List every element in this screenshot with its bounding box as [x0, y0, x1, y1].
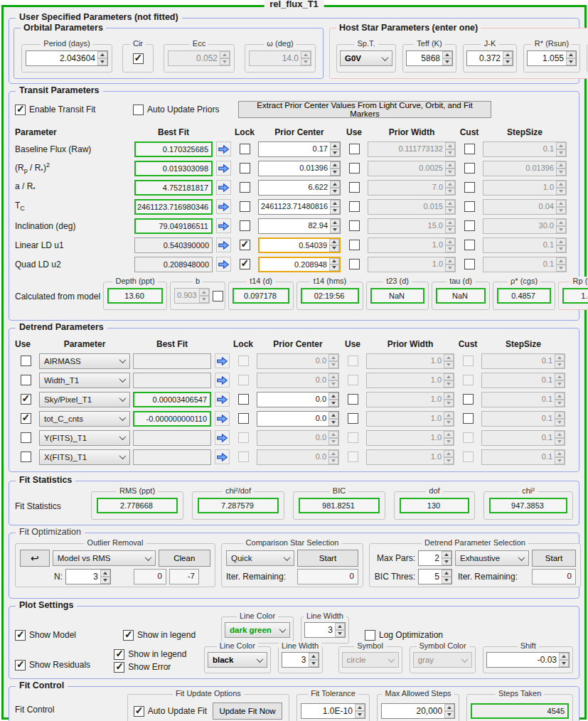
spinner-arrows[interactable] [444, 412, 454, 426]
eccentricity-input[interactable]: 0.052 [169, 51, 220, 65]
use-detrend-checkbox[interactable] [21, 432, 31, 443]
clean-button[interactable]: Clean [159, 550, 210, 567]
update-fit-now-button[interactable]: Update Fit Now [213, 703, 282, 720]
spinner-arrows[interactable] [442, 51, 452, 65]
lock-checkbox[interactable] [240, 201, 250, 212]
show-model-in-legend-checkbox[interactable] [123, 630, 134, 641]
use-detrend-checkbox[interactable] [21, 413, 31, 424]
prior-center-input[interactable]: 0.0 [257, 354, 328, 368]
spinner-arrows[interactable] [335, 623, 345, 637]
cust-checkbox[interactable] [463, 394, 474, 405]
step-size-input[interactable]: 0.1 [482, 431, 555, 445]
spinner-arrows[interactable] [555, 412, 565, 426]
use-prior-checkbox[interactable] [349, 182, 360, 193]
lock-checkbox[interactable] [240, 240, 250, 250]
prior-center-input[interactable]: 0.0 [257, 392, 328, 407]
spinner-arrows[interactable] [559, 653, 569, 667]
prior-width-input[interactable]: 1.0 [367, 431, 444, 445]
prior-center-input[interactable]: 6.622 [259, 181, 330, 195]
spinner-arrows[interactable] [329, 258, 339, 271]
comparison-mode-dropdown[interactable]: Quick [226, 550, 294, 566]
step-size-input[interactable]: 30.0 [483, 219, 556, 233]
lock-checkbox[interactable] [240, 259, 250, 269]
spinner-arrows[interactable] [444, 704, 454, 718]
detrend-param-dropdown[interactable]: tot_C_cnts [39, 411, 130, 427]
spinner-arrows[interactable] [445, 161, 455, 176]
spinner-arrows[interactable] [97, 51, 107, 65]
use-detrend-checkbox[interactable] [21, 394, 31, 405]
use-prior-checkbox[interactable] [349, 259, 360, 269]
max-allowed-steps-input[interactable]: 20,000 [382, 704, 444, 718]
prior-width-input[interactable]: 1.0 [367, 392, 444, 407]
use-prior-checkbox[interactable] [349, 201, 360, 212]
copy-best-fit-to-prior-button[interactable] [215, 411, 230, 426]
spinner-arrows[interactable] [330, 142, 340, 156]
prior-center-input[interactable]: 0.54039 [260, 239, 329, 252]
omega-input[interactable]: 14.0 [250, 51, 301, 65]
spinner-arrows[interactable] [328, 412, 338, 426]
spinner-arrows[interactable] [503, 51, 513, 65]
copy-best-fit-to-prior-button[interactable] [215, 353, 230, 368]
spinner-arrows[interactable] [445, 238, 455, 252]
spinner-arrows[interactable] [330, 181, 340, 195]
prior-width-input[interactable]: 0.0025 [368, 161, 445, 176]
copy-best-fit-to-prior-button[interactable] [215, 392, 230, 407]
show-residuals-checkbox[interactable] [15, 660, 26, 671]
spinner-arrows[interactable] [556, 200, 566, 214]
use-prior-checkbox[interactable] [348, 356, 358, 366]
lock-checkbox[interactable] [238, 375, 249, 385]
spinner-arrows[interactable] [328, 431, 338, 445]
spinner-arrows[interactable] [445, 257, 455, 272]
spinner-arrows[interactable] [445, 142, 455, 156]
lock-checkbox[interactable] [240, 163, 250, 173]
spinner-arrows[interactable] [555, 373, 565, 388]
spinner-arrows[interactable] [328, 450, 338, 464]
symbol-dropdown[interactable]: circle [342, 652, 399, 668]
spinner-arrows[interactable] [330, 200, 340, 214]
spinner-arrows[interactable] [555, 431, 565, 445]
extract-prior-center-button[interactable]: Extract Prior Center Values From Light C… [238, 101, 491, 118]
spinner-arrows[interactable] [444, 450, 454, 464]
n-sigma-input[interactable]: 3 [66, 570, 100, 584]
step-size-input[interactable]: 0.1 [483, 238, 556, 252]
spinner-arrows[interactable] [555, 392, 565, 407]
spinner-arrows[interactable] [555, 354, 565, 368]
spinner-arrows[interactable] [328, 392, 338, 407]
prior-width-input[interactable]: 1.0 [368, 238, 445, 252]
step-size-input[interactable]: 0.1 [483, 142, 556, 156]
lock-checkbox[interactable] [238, 452, 249, 462]
cust-checkbox[interactable] [464, 163, 475, 173]
lock-checkbox[interactable] [240, 220, 250, 231]
prior-center-input[interactable]: 0.17 [259, 142, 330, 156]
copy-best-fit-to-prior-button[interactable] [215, 449, 230, 464]
spinner-arrows[interactable] [444, 392, 454, 407]
log-optimization-checkbox[interactable] [365, 630, 375, 641]
copy-best-fit-to-prior-button[interactable] [216, 141, 231, 156]
step-size-input[interactable]: 0.01396 [483, 161, 556, 176]
prior-center-input[interactable]: 0.01396 [259, 161, 330, 176]
step-size-input[interactable]: 0.1 [483, 257, 556, 272]
use-prior-checkbox[interactable] [348, 413, 358, 424]
cust-checkbox[interactable] [463, 432, 474, 443]
prior-center-input[interactable]: 0.0 [257, 412, 328, 426]
cust-checkbox[interactable] [463, 375, 474, 385]
prior-width-input[interactable]: 1.0 [367, 450, 444, 464]
cust-checkbox[interactable] [463, 452, 474, 462]
detrend-param-dropdown[interactable]: Y(FITS)_T1 [39, 430, 130, 446]
show-model-checkbox[interactable] [15, 630, 26, 641]
spinner-arrows[interactable] [442, 570, 451, 584]
prior-width-input[interactable]: 0.015 [368, 200, 445, 214]
step-size-input[interactable]: 0.1 [482, 450, 555, 464]
spinner-arrows[interactable] [556, 181, 566, 195]
spinner-arrows[interactable] [220, 51, 230, 65]
cust-checkbox[interactable] [463, 413, 474, 424]
detrend-param-dropdown[interactable]: Width_T1 [39, 373, 130, 388]
prior-width-input[interactable]: 1.0 [367, 354, 444, 368]
step-size-input[interactable]: 0.1 [482, 373, 555, 388]
use-prior-checkbox[interactable] [349, 220, 360, 231]
teff-input[interactable]: 5868 [407, 51, 442, 65]
use-prior-checkbox[interactable] [348, 375, 358, 385]
copy-best-fit-to-prior-button[interactable] [215, 430, 230, 445]
undo-outlier-removal-button[interactable]: ↩ [20, 550, 50, 567]
spinner-arrows[interactable] [330, 161, 340, 176]
